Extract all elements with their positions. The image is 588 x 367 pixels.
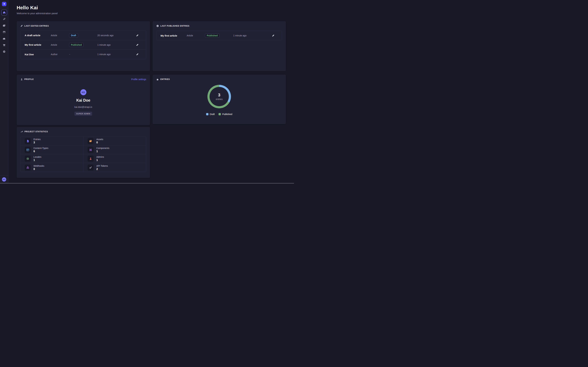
entries-total-label: entries — [216, 98, 223, 100]
legend-label: Draft — [210, 113, 215, 116]
edit-entry-button[interactable] — [271, 33, 275, 38]
entry-time: 20 seconds ago — [97, 34, 132, 37]
sidebar-bottom: KD — [0, 175, 8, 184]
images-icon — [89, 140, 92, 142]
legend-item-draft: Draft — [206, 113, 215, 116]
pencil-icon — [136, 43, 139, 46]
panel-title: PROFILE — [24, 78, 34, 80]
webhook-icon — [26, 166, 29, 169]
sidebar-user-avatar[interactable]: KD — [2, 177, 6, 182]
page-title: Hello Kai — [17, 5, 286, 10]
sidebar-item-content-manager[interactable] — [1, 16, 7, 22]
components-icon — [89, 149, 92, 151]
entry-type: Author — [51, 53, 69, 56]
table-row[interactable]: My first article Article Published 1 min… — [156, 31, 282, 40]
project-statistics-panel: PROJECT STATISTICS Entries3 Assets0 — [17, 127, 150, 178]
screen-bottom-edge — [0, 183, 294, 184]
last-published-entries-panel: LAST PUBLISHED ENTRIES My first article … — [153, 21, 286, 71]
stat-components: Components1 — [83, 145, 146, 154]
pencil-icon — [20, 25, 23, 27]
sidebar-bottom-divider — [0, 175, 8, 175]
table-row[interactable]: A draft article Article Draft 20 seconds… — [21, 31, 146, 40]
layout-icon — [26, 149, 29, 151]
stat-value: 1 — [96, 150, 109, 153]
profile-body: KD Kai Doe kai.doe@strapi.io SUPER ADMIN — [17, 81, 150, 116]
entries-donut: 3 entries — [208, 85, 231, 108]
strapi-admin-app: KD Hello Kai Welcome to your administrat… — [0, 0, 294, 184]
table-row[interactable]: Kai Doe Author - 1 minute ago — [21, 50, 146, 59]
panel-title: PROJECT STATISTICS — [25, 131, 48, 133]
entry-name: My first article — [161, 34, 187, 37]
stat-label: Components — [96, 147, 109, 150]
panel-title: LAST EDITED ENTRIES — [24, 25, 49, 27]
entry-name: Kai Doe — [25, 53, 51, 56]
sidebar-item-media-library[interactable] — [1, 23, 7, 28]
entry-status: - — [69, 53, 97, 56]
table-row[interactable]: My first article Article Published 1 min… — [21, 40, 146, 50]
entry-status: Published — [205, 33, 233, 38]
profile-avatar: KD — [80, 89, 86, 95]
last-edited-table: A draft article Article Draft 20 seconds… — [20, 31, 146, 59]
stat-label: Webhooks — [34, 165, 44, 167]
statistics-header: PROJECT STATISTICS — [17, 127, 150, 133]
cloud-icon — [3, 37, 6, 40]
panel-title: LAST PUBLISHED ENTRIES — [160, 25, 190, 27]
entry-name: My first article — [25, 43, 51, 46]
page-subtitle: Welcome to your administration panel — [17, 12, 286, 15]
dashboard-grid: LAST EDITED ENTRIES A draft article Arti… — [17, 21, 286, 178]
globe-icon — [26, 157, 29, 160]
profile-settings-link[interactable]: Profile settings — [131, 78, 146, 81]
stat-entries: Entries3 — [21, 137, 83, 145]
profile-email: kai.doe@strapi.io — [75, 106, 92, 108]
sidebar-item-marketplace[interactable] — [1, 42, 7, 48]
sidebar: KD — [0, 0, 8, 184]
left-column: LAST EDITED ENTRIES A draft article Arti… — [17, 21, 150, 178]
sidebar-item-deploy[interactable] — [1, 36, 7, 42]
entry-time: 1 minute ago — [97, 53, 132, 56]
chart-legend: Draft Published — [206, 113, 232, 116]
entry-type: Article — [51, 43, 69, 46]
stat-value: 0 — [34, 168, 44, 171]
cart-icon — [3, 44, 6, 47]
stat-label: Locales — [34, 156, 41, 158]
published-swatch — [218, 113, 221, 115]
stat-api-tokens: API Tokens2 — [83, 163, 146, 172]
edit-entry-button[interactable] — [135, 43, 139, 47]
stat-value: 6 — [34, 150, 48, 153]
sidebar-divider — [0, 8, 8, 8]
stat-label: Content-Types — [34, 147, 48, 150]
strapi-logo[interactable] — [2, 2, 6, 6]
stat-label: Entries — [34, 138, 41, 141]
sidebar-item-content-type-builder[interactable] — [1, 29, 7, 35]
stat-assets: Assets0 — [83, 137, 146, 145]
legend-label: Published — [222, 113, 232, 116]
status-badge: - — [69, 53, 70, 56]
stat-label: Assets — [96, 138, 103, 141]
sidebar-nav — [1, 10, 7, 54]
main-content: Hello Kai Welcome to your administration… — [8, 0, 294, 184]
key-icon — [89, 166, 92, 169]
sidebar-item-settings[interactable] — [1, 49, 7, 54]
edit-entry-button[interactable] — [135, 52, 139, 56]
status-badge: Draft — [69, 33, 78, 37]
edit-entry-button[interactable] — [135, 33, 139, 37]
status-badge: Published — [205, 33, 219, 38]
entry-type: Article — [187, 34, 205, 37]
gear-icon — [3, 50, 6, 53]
last-published-header: LAST PUBLISHED ENTRIES — [153, 21, 286, 27]
stat-value: 2 — [96, 168, 108, 171]
pencil-icon — [136, 53, 139, 56]
stat-value: 1 — [34, 159, 41, 162]
stat-admins: Admins1 — [83, 154, 146, 163]
stat-value: 3 — [34, 141, 41, 144]
feather-icon — [3, 18, 6, 20]
entry-type: Article — [51, 34, 69, 37]
legend-item-published: Published — [218, 113, 232, 116]
images-icon — [3, 24, 6, 27]
stat-label: Admins — [96, 156, 104, 158]
entries-chart: 3 entries Draft Published — [153, 81, 286, 116]
sidebar-item-home[interactable] — [1, 10, 7, 15]
entry-status: Draft — [69, 33, 97, 37]
trend-up-icon — [20, 130, 23, 133]
check-circle-icon — [156, 25, 159, 27]
